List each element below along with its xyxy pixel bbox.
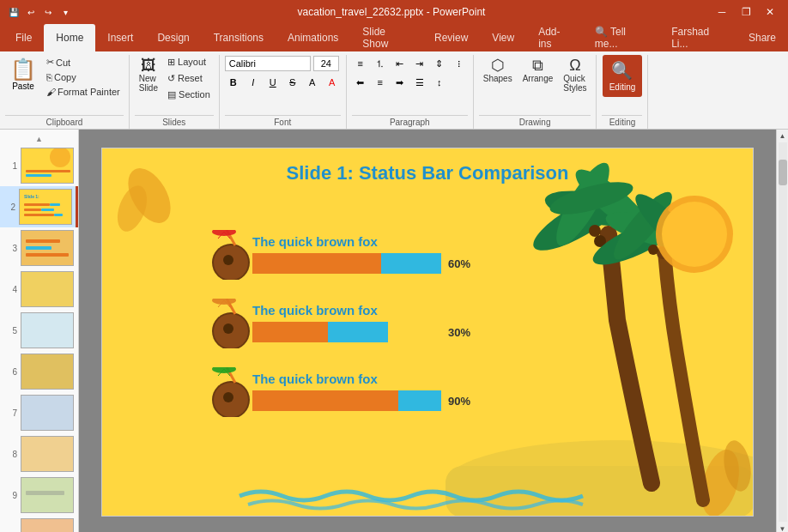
svg-rect-14: [26, 246, 52, 250]
svg-rect-21: [21, 478, 74, 513]
ribbon: File Home Insert Design Transitions Anim…: [0, 24, 788, 130]
tab-animations[interactable]: Animations: [276, 24, 350, 51]
options-icon[interactable]: ▾: [58, 5, 72, 19]
scroll-up-arrow[interactable]: ▲: [777, 130, 789, 142]
tab-view[interactable]: View: [480, 24, 526, 51]
font-size-input[interactable]: [313, 56, 339, 71]
slide-thumb-2[interactable]: 2 Slide 1:: [0, 186, 78, 227]
tab-share[interactable]: Share: [736, 24, 788, 51]
bar-label-3: The quick brown fox: [252, 372, 470, 386]
slide-thumb-8[interactable]: 8: [0, 433, 78, 475]
bar-blue-2: [328, 322, 388, 342]
scroll-down-arrow[interactable]: ▼: [777, 523, 789, 532]
scroll-thumb[interactable]: [779, 160, 787, 185]
tab-addins[interactable]: Add-ins: [526, 24, 583, 51]
text-direction-button[interactable]: ⇕: [431, 56, 448, 71]
svg-rect-23: [21, 519, 74, 532]
font-name-input[interactable]: [225, 56, 311, 71]
shapes-button[interactable]: ⬡ Shapes: [479, 55, 517, 86]
slide-thumb-1[interactable]: 1: [0, 145, 78, 186]
bar-label-1: The quick brown fox: [252, 234, 470, 249]
bar-track-1: [252, 253, 441, 274]
reset-button[interactable]: ↺ Reset: [164, 71, 214, 86]
svg-rect-2: [26, 170, 70, 172]
font-color-button[interactable]: A: [324, 75, 341, 90]
clipboard-label: Clipboard: [5, 115, 124, 129]
cut-button[interactable]: ✂Cut: [43, 55, 124, 70]
right-scrollbar[interactable]: ▲ ▼: [776, 130, 788, 532]
tab-review[interactable]: Review: [422, 24, 480, 51]
svg-rect-15: [26, 253, 69, 257]
svg-rect-11: [54, 214, 63, 216]
tab-transitions[interactable]: Transitions: [202, 24, 276, 51]
quick-styles-button[interactable]: Ω QuickStyles: [559, 55, 591, 95]
redo-icon[interactable]: ↪: [41, 5, 55, 19]
slide-thumb-6[interactable]: 6: [0, 351, 78, 392]
svg-point-46: [648, 245, 658, 255]
save-icon[interactable]: 💾: [7, 5, 21, 19]
clipboard-group: 📋 Paste ✂Cut ⎘Copy 🖌Format Painter Clipb…: [0, 55, 130, 129]
svg-rect-18: [21, 354, 74, 390]
tab-home[interactable]: Home: [44, 24, 95, 51]
bar-pct-1: 60%: [448, 257, 470, 270]
svg-rect-20: [21, 437, 74, 472]
svg-rect-9: [41, 209, 54, 211]
section-button[interactable]: ▤ Section: [164, 88, 214, 102]
slides-scroll-up[interactable]: ▲: [0, 133, 78, 145]
svg-point-65: [223, 392, 233, 402]
svg-rect-7: [50, 203, 60, 206]
minimize-button[interactable]: ─: [711, 3, 733, 21]
slide-thumb-9[interactable]: 9: [0, 475, 78, 516]
indent-more-button[interactable]: ⇥: [411, 56, 428, 71]
text-columns-button[interactable]: ⫶: [451, 56, 468, 71]
align-left-button[interactable]: ⬅: [352, 75, 369, 90]
tab-user[interactable]: Farshad Li...: [659, 24, 736, 51]
copy-button[interactable]: ⎘Copy: [43, 70, 124, 84]
close-button[interactable]: ✕: [759, 3, 781, 21]
tab-design[interactable]: Design: [145, 24, 201, 51]
justify-button[interactable]: ☰: [411, 75, 428, 90]
editing-label: Editing: [609, 82, 636, 92]
bar-blue-3: [398, 390, 441, 411]
svg-rect-8: [24, 209, 41, 211]
editing-button[interactable]: 🔍 Editing: [603, 55, 643, 97]
paragraph-group: ≡ ⒈ ⇤ ⇥ ⇕ ⫶ ⬅ ≡ ➡ ☰ ↕ Paragraph: [347, 55, 474, 129]
slide-area[interactable]: Slide 1: Status Bar Comparison The quick…: [79, 130, 776, 532]
restore-button[interactable]: ❐: [735, 3, 757, 21]
slide-thumb-7[interactable]: 7: [0, 392, 78, 433]
strikethrough-button[interactable]: S: [284, 75, 301, 90]
italic-button[interactable]: I: [245, 75, 262, 90]
slide-thumb-4[interactable]: 4: [0, 269, 78, 310]
shadow-button[interactable]: A: [304, 75, 321, 90]
new-slide-button[interactable]: 🖼 NewSlide: [135, 55, 162, 95]
bar-group-3: The quick brown fox 90%: [252, 372, 470, 411]
slide-title: Slide 1: Status Bar Comparison: [102, 162, 753, 184]
indent-less-button[interactable]: ⇤: [391, 56, 409, 71]
bar-orange-2: [252, 322, 328, 342]
line-spacing-button[interactable]: ↕: [431, 75, 448, 90]
undo-icon[interactable]: ↩: [24, 5, 38, 19]
align-center-button[interactable]: ≡: [372, 75, 389, 90]
window-title: vacation_travel_22632.pptx - PowerPoint: [72, 6, 711, 18]
tab-tellme[interactable]: 🔍 Tell me...: [583, 24, 659, 51]
bullets-button[interactable]: ≡: [352, 56, 369, 71]
layout-button[interactable]: ⊞ Layout: [164, 55, 214, 70]
align-right-button[interactable]: ➡: [391, 75, 409, 90]
bar-group-2: The quick brown fox 30%: [252, 303, 470, 342]
svg-point-58: [223, 323, 233, 334]
tab-slideshow[interactable]: Slide Show: [350, 24, 422, 51]
slides-panel: ▲ 1 2 Slide 1:: [0, 130, 79, 532]
numbering-button[interactable]: ⒈: [372, 56, 389, 71]
slide-thumb-5[interactable]: 5: [0, 310, 78, 351]
slide-thumb-10[interactable]: 10: [0, 516, 78, 532]
bar-track-2: [252, 322, 441, 342]
tab-insert[interactable]: Insert: [95, 24, 145, 51]
format-painter-button[interactable]: 🖌Format Painter: [43, 85, 124, 99]
bold-button[interactable]: B: [225, 75, 242, 90]
underline-button[interactable]: U: [264, 75, 282, 90]
arrange-button[interactable]: ⧉ Arrange: [518, 55, 558, 86]
tab-file[interactable]: File: [3, 24, 44, 51]
paste-button[interactable]: 📋 Paste: [5, 55, 41, 94]
bar-orange-1: [252, 253, 381, 274]
slide-thumb-3[interactable]: 3: [0, 227, 78, 269]
